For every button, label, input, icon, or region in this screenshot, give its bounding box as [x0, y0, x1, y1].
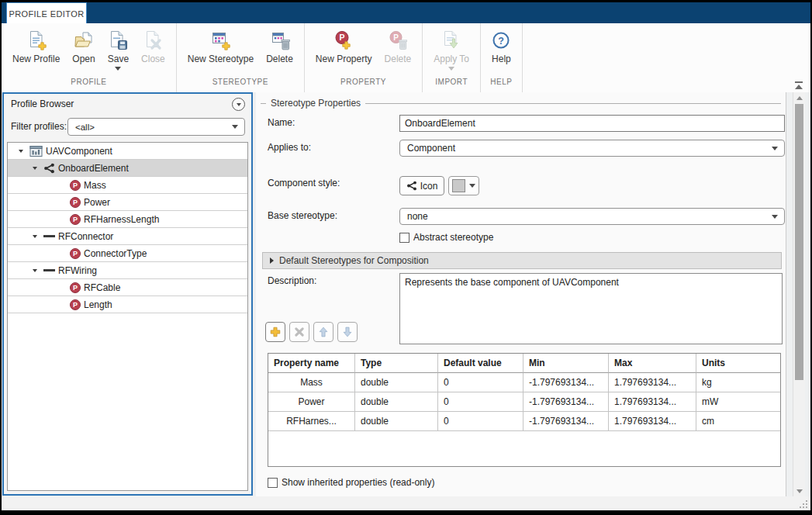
profile-browser-title: Profile Browser: [11, 99, 74, 109]
table-cell[interactable]: mW: [696, 392, 780, 412]
column-header[interactable]: Property name: [268, 354, 355, 373]
save-button[interactable]: Save: [105, 27, 132, 71]
open-button[interactable]: Open: [69, 27, 98, 65]
delete-stereotype-button[interactable]: Delete: [263, 27, 296, 65]
delete-property-button[interactable]: P Delete: [382, 27, 415, 65]
connector-stereotype-icon: [43, 269, 55, 271]
table-row[interactable]: Power double 0 -1.797693134... 1.7976931…: [268, 392, 780, 412]
tree-item-label: Mass: [84, 180, 106, 191]
move-up-button[interactable]: [313, 322, 333, 342]
table-cell[interactable]: double: [355, 373, 438, 392]
name-field[interactable]: [399, 115, 785, 132]
tree-item-power[interactable]: P Power: [8, 194, 247, 211]
table-cell[interactable]: 0: [438, 412, 523, 431]
table-cell[interactable]: 0: [438, 392, 523, 412]
add-property-button[interactable]: [265, 322, 285, 342]
table-cell[interactable]: double: [355, 412, 438, 431]
column-header[interactable]: Min: [523, 354, 609, 373]
tree-item-onboardelement[interactable]: OnboardElement: [8, 160, 247, 177]
column-header[interactable]: Max: [609, 354, 696, 373]
apply-to-dropdown-caret-icon[interactable]: [448, 67, 454, 71]
tree-item-length[interactable]: P Length: [8, 296, 247, 313]
table-cell[interactable]: 0: [438, 373, 523, 392]
properties-table: Property name Type Default value Min Max…: [268, 353, 781, 467]
arrow-up-icon: [316, 325, 330, 339]
tree-item-rfcable[interactable]: P RFCable: [8, 279, 247, 296]
minimize-toolstrip-button[interactable]: [793, 81, 804, 89]
table-row[interactable]: Mass double 0 -1.797693134... 1.79769313…: [268, 373, 780, 392]
move-down-button[interactable]: [337, 322, 358, 342]
tree-item-connectortype[interactable]: P ConnectorType: [8, 245, 247, 262]
tab-profile-editor[interactable]: PROFILE EDITOR: [6, 2, 87, 24]
expander-icon[interactable]: [31, 235, 38, 238]
tree-item-rfwiring[interactable]: RFWiring: [8, 262, 247, 279]
new-stereotype-button[interactable]: New Stereotype: [185, 27, 257, 65]
column-header[interactable]: Units: [696, 354, 780, 373]
base-stereotype-label: Base stereotype:: [268, 210, 337, 221]
table-row[interactable]: RFHarnes... double 0 -1.797693134... 1.7…: [268, 412, 780, 431]
table-cell[interactable]: kg: [696, 373, 780, 392]
tree-item-mass[interactable]: P Mass: [8, 177, 247, 194]
property-icon: P: [70, 282, 81, 293]
property-icon: P: [70, 299, 81, 310]
tree-item-rfharnesslength[interactable]: P RFHarnessLength: [8, 211, 247, 228]
chevron-down-icon: [772, 147, 778, 150]
column-header[interactable]: Default value: [438, 354, 523, 373]
description-label: Description:: [268, 275, 316, 286]
scrollbar-thumb[interactable]: [795, 104, 803, 380]
toolstrip-section-import: Apply To IMPORT: [423, 23, 481, 92]
applies-to-dropdown[interactable]: Component: [399, 140, 785, 157]
new-profile-button[interactable]: New Profile: [9, 27, 63, 65]
profile-icon: [29, 145, 43, 157]
panel-menu-button[interactable]: [232, 98, 245, 111]
minimize-toolstrip-bar-icon: [795, 81, 803, 83]
show-inherited-label: Show inherited properties (read-only): [282, 477, 434, 488]
default-stereotypes-expander[interactable]: Default Stereotypes for Composition: [262, 252, 782, 269]
scroll-up-button[interactable]: [793, 92, 805, 103]
color-picker-button[interactable]: [448, 176, 479, 195]
section-label-stereotype: STEREOTYPE: [177, 78, 304, 92]
show-inherited-row: Show inherited properties (read-only): [268, 477, 434, 488]
show-inherited-checkbox[interactable]: [268, 478, 278, 488]
expander-icon[interactable]: [17, 150, 24, 153]
expander-icon[interactable]: [31, 269, 38, 272]
table-cell[interactable]: -1.797693134...: [523, 412, 609, 431]
apply-to-button[interactable]: Apply To: [430, 27, 472, 71]
applies-to-value: Component: [400, 143, 772, 154]
base-stereotype-dropdown[interactable]: none: [399, 208, 785, 225]
table-cell[interactable]: 1.797693134...: [609, 412, 696, 431]
remove-property-button[interactable]: [289, 322, 309, 342]
table-cell[interactable]: 1.797693134...: [609, 373, 696, 392]
delete-property-icon: P: [388, 28, 408, 53]
tree-item-uavcomponent[interactable]: UAVComponent: [8, 143, 247, 160]
save-dropdown-caret-icon[interactable]: [115, 67, 121, 71]
table-cell[interactable]: Power: [268, 392, 355, 412]
table-cell[interactable]: -1.797693134...: [523, 392, 609, 412]
table-cell[interactable]: cm: [696, 412, 780, 431]
help-button[interactable]: ? Help: [489, 27, 514, 65]
vertical-scrollbar[interactable]: [793, 92, 805, 496]
abstract-stereotype-checkbox[interactable]: [399, 233, 409, 243]
table-cell[interactable]: 1.797693134...: [609, 392, 696, 412]
scroll-down-button[interactable]: [793, 486, 805, 496]
tree-item-label: OnboardElement: [58, 163, 129, 174]
tree-item-label: RFWiring: [58, 265, 97, 276]
resize-grip[interactable]: [799, 499, 807, 508]
table-cell[interactable]: Mass: [268, 373, 355, 392]
icon-style-button[interactable]: Icon: [399, 176, 444, 195]
table-cell[interactable]: -1.797693134...: [523, 373, 609, 392]
toolstrip: New Profile Open: [2, 23, 810, 93]
stereotype-properties-panel: Stereotype Properties Name: Applies to: …: [256, 92, 786, 496]
description-field[interactable]: [399, 273, 783, 344]
close-button[interactable]: Close: [138, 27, 168, 65]
minimize-toolstrip-arrow-icon: [795, 85, 803, 89]
filter-profiles-dropdown[interactable]: <all>: [67, 118, 245, 136]
property-icon: P: [70, 214, 81, 225]
expander-icon[interactable]: [31, 167, 38, 170]
tree-item-rfconnector[interactable]: RFConnector: [8, 228, 247, 245]
tab-label: PROFILE EDITOR: [9, 9, 84, 19]
table-cell[interactable]: RFHarnes...: [268, 412, 355, 431]
table-cell[interactable]: double: [355, 392, 438, 412]
new-property-button[interactable]: P New Property: [313, 27, 375, 65]
column-header[interactable]: Type: [355, 354, 438, 373]
